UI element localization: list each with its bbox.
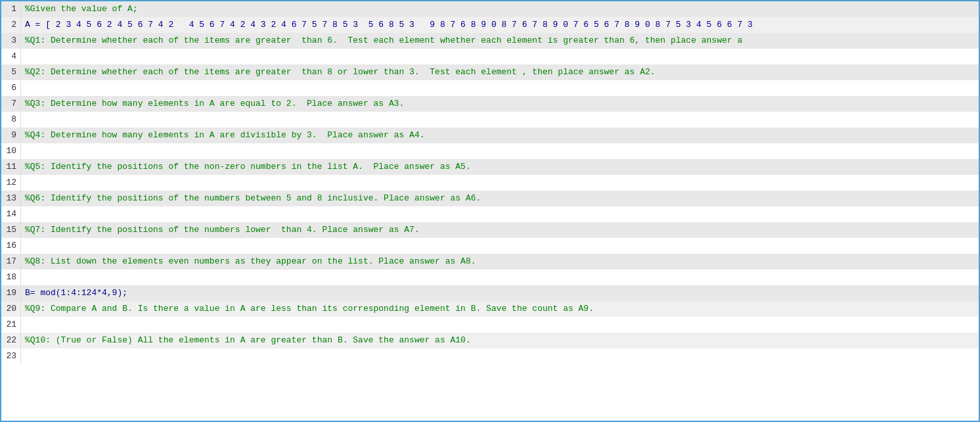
line-number: 13 xyxy=(1,191,20,206)
code-line[interactable]: %Q8: List down the elements even numbers… xyxy=(21,254,979,270)
code-line[interactable] xyxy=(21,348,979,364)
code-line[interactable] xyxy=(21,175,979,191)
line-number: 8 xyxy=(1,112,20,128)
code-line[interactable]: A = [ 2 3 4 5 6 2 4 5 6 7 4 2 4 5 6 7 4 … xyxy=(21,17,979,33)
code-line[interactable] xyxy=(21,80,979,96)
line-number: 6 xyxy=(1,80,20,96)
line-number: 11 xyxy=(1,159,20,175)
code-editor: 1234567891011121314151617181920212223 %G… xyxy=(0,0,980,422)
code-line[interactable] xyxy=(21,206,979,222)
code-line[interactable]: %Q7: Identify the positions of the numbe… xyxy=(21,222,979,238)
line-number: 9 xyxy=(1,128,20,143)
line-number: 4 xyxy=(1,49,20,64)
code-line[interactable] xyxy=(21,143,979,159)
line-numbers: 1234567891011121314151617181920212223 xyxy=(1,1,21,364)
code-line[interactable]: B= mod(1:4:124*4,9); xyxy=(21,285,979,301)
code-line[interactable] xyxy=(21,112,979,128)
code-area: 1234567891011121314151617181920212223 %G… xyxy=(1,1,979,364)
code-lines[interactable]: %Given the value of A;A = [ 2 3 4 5 6 2 … xyxy=(21,1,979,364)
code-line[interactable]: %Given the value of A; xyxy=(21,1,979,17)
line-number: 3 xyxy=(1,33,20,49)
line-number: 12 xyxy=(1,175,20,191)
code-line[interactable] xyxy=(21,238,979,254)
code-line[interactable] xyxy=(21,49,979,64)
line-number: 17 xyxy=(1,254,20,270)
code-line[interactable]: %Q4: Determine how many elements in A ar… xyxy=(21,128,979,143)
line-number: 22 xyxy=(1,333,20,348)
line-number: 7 xyxy=(1,96,20,112)
line-number: 23 xyxy=(1,348,20,364)
code-line[interactable]: %Q3: Determine how many elements in A ar… xyxy=(21,96,979,112)
code-line[interactable]: %Q6: Identify the positions of the numbe… xyxy=(21,191,979,206)
code-line[interactable] xyxy=(21,317,979,333)
line-number: 19 xyxy=(1,285,20,301)
code-line[interactable]: %Q2: Determine whether each of the items… xyxy=(21,64,979,80)
line-number: 15 xyxy=(1,222,20,238)
line-number: 1 xyxy=(1,1,20,17)
code-line[interactable]: %Q9: Compare A and B. Is there a value i… xyxy=(21,301,979,317)
line-number: 5 xyxy=(1,64,20,80)
line-number: 10 xyxy=(1,143,20,159)
line-number: 16 xyxy=(1,238,20,254)
code-line[interactable]: %Q1: Determine whether each of the items… xyxy=(21,33,979,49)
code-line[interactable] xyxy=(21,270,979,285)
code-line[interactable]: %Q5: Identify the positions of the non-z… xyxy=(21,159,979,175)
line-number: 14 xyxy=(1,206,20,222)
line-number: 2 xyxy=(1,17,20,33)
line-number: 21 xyxy=(1,317,20,333)
line-number: 20 xyxy=(1,301,20,317)
code-line[interactable]: %Q10: (True or False) All the elements i… xyxy=(21,333,979,348)
line-number: 18 xyxy=(1,270,20,285)
